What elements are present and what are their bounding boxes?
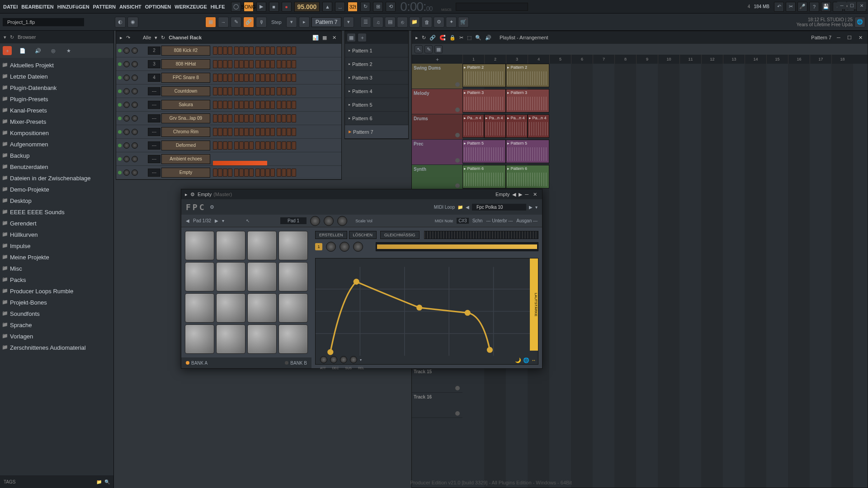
view-piano-icon[interactable]: ♫ xyxy=(373,17,383,28)
step-cell[interactable] xyxy=(234,74,239,82)
undo-icon[interactable]: ↶ xyxy=(774,2,784,12)
menu-pattern[interactable]: PATTERN xyxy=(92,3,117,10)
plugin-icon[interactable]: ⚙ xyxy=(434,17,444,28)
add-track-icon[interactable]: ＋ xyxy=(435,56,440,63)
track-header[interactable]: Melody xyxy=(412,89,462,114)
step-cell[interactable] xyxy=(213,128,217,136)
pl-lock-icon[interactable]: 🔒 xyxy=(449,35,456,41)
step-cell[interactable] xyxy=(292,60,296,68)
browser-item[interactable]: Hüllkurven xyxy=(0,229,113,240)
channel-pan-knob[interactable] xyxy=(123,88,130,94)
step-cell[interactable] xyxy=(239,47,244,55)
project-title[interactable]: Project_1.flp xyxy=(3,18,84,26)
ruler-mark[interactable]: 7 xyxy=(593,55,614,64)
browser-item[interactable]: Sprache xyxy=(0,319,113,331)
velocity-strip[interactable] xyxy=(376,242,538,251)
step-cell[interactable] xyxy=(265,141,270,150)
ruler-mark[interactable]: 18 xyxy=(831,55,853,64)
mic-icon-2[interactable]: 🎙 xyxy=(256,17,267,28)
track-header[interactable]: Prec xyxy=(412,140,462,165)
step-cell[interactable] xyxy=(277,114,281,122)
mic-icon[interactable]: 🎤 xyxy=(797,2,807,12)
step-cell[interactable] xyxy=(260,74,265,82)
step-sequencer-row[interactable] xyxy=(211,74,299,82)
mixer-track-num[interactable]: --- xyxy=(148,114,160,122)
step-cell[interactable] xyxy=(255,114,260,122)
step-cell[interactable] xyxy=(277,141,281,150)
step-cell[interactable] xyxy=(234,114,239,122)
fpc-note-value[interactable]: C#3 xyxy=(457,218,468,224)
fpc-pad[interactable] xyxy=(247,231,277,260)
envelope-editor[interactable]: LAUTSTÄRKE ▾ ATT DEC SUS REL xyxy=(315,258,538,365)
clip[interactable]: ▸ Pattern 6 xyxy=(506,165,549,188)
step-cell[interactable] xyxy=(287,128,291,136)
channel-pan-knob[interactable] xyxy=(123,47,130,54)
step-cell[interactable] xyxy=(249,47,254,55)
mixer-track-num[interactable]: 3 xyxy=(148,60,160,68)
fpc-pad-prev-icon[interactable]: ◀ xyxy=(186,218,189,223)
fpc-pad[interactable] xyxy=(185,262,214,291)
cart-icon[interactable]: 🛒 xyxy=(458,17,469,28)
fpc-close-icon[interactable]: ✕ xyxy=(531,191,538,198)
step-cell[interactable] xyxy=(260,141,265,150)
step-cell[interactable] xyxy=(265,169,270,177)
step-cell[interactable] xyxy=(239,74,244,82)
channel-name-button[interactable]: 808 Kick #2 xyxy=(161,46,210,56)
view-playlist-button[interactable]: ▦ xyxy=(205,17,216,28)
step-cell[interactable] xyxy=(287,114,291,122)
clip[interactable]: ▸ Pattern 3 xyxy=(506,89,549,113)
browser-tab-add[interactable]: ＋ xyxy=(3,46,12,55)
arrow-right-icon[interactable]: → xyxy=(218,17,229,28)
ruler-mark[interactable]: 2 xyxy=(484,55,506,64)
ruler-mark[interactable]: 8 xyxy=(614,55,636,64)
fpc-vol-knob[interactable] xyxy=(310,216,320,226)
fpc-next-icon[interactable]: ▶ xyxy=(519,192,522,197)
browser-item[interactable]: Desktop xyxy=(0,195,113,206)
track-mute-dot[interactable] xyxy=(455,133,460,137)
progress-ring-icon[interactable]: ◯ xyxy=(231,2,241,12)
step-cell[interactable] xyxy=(223,128,227,136)
step-cell[interactable] xyxy=(244,74,249,82)
timeline-ruler[interactable]: 123456789101112131415161718 xyxy=(462,55,868,64)
step-cell[interactable] xyxy=(265,87,270,95)
step-cell[interactable] xyxy=(282,87,286,95)
step-cell[interactable] xyxy=(270,60,275,68)
fpc-pad-name[interactable]: Pad 1 xyxy=(280,217,307,224)
step-sequencer-row[interactable] xyxy=(211,114,299,122)
track-header-plain[interactable]: Track 15 xyxy=(412,367,462,393)
save-icon[interactable]: 💾 xyxy=(821,2,831,12)
view-playlist-icon[interactable]: ☰ xyxy=(360,17,371,28)
track-mute-dot[interactable] xyxy=(455,183,460,188)
cr-arrow-icon[interactable]: ↷ xyxy=(126,35,130,41)
browser-item[interactable]: Vorlagen xyxy=(0,331,113,342)
ruler-mark[interactable]: 6 xyxy=(571,55,593,64)
loop-record-icon[interactable]: ⟲ xyxy=(386,2,396,12)
ruler-mark[interactable]: 15 xyxy=(766,55,788,64)
channel-vol-knob[interactable] xyxy=(132,102,138,108)
clip[interactable]: ▸ Pattern 3 xyxy=(462,89,506,113)
step-cell[interactable] xyxy=(277,169,281,177)
step-cell[interactable] xyxy=(292,114,296,122)
layer-knob-3[interactable] xyxy=(353,242,363,252)
ruler-mark[interactable]: 17 xyxy=(810,55,831,64)
step-cell[interactable] xyxy=(287,169,291,177)
step-cell[interactable] xyxy=(234,141,239,150)
fpc-pad[interactable] xyxy=(278,324,308,354)
stop-button[interactable]: ■ xyxy=(269,2,279,12)
step-cell[interactable] xyxy=(213,60,217,68)
browser-item[interactable]: Packs xyxy=(0,274,113,286)
clip[interactable]: ▸ Pa...n 4 xyxy=(484,114,506,138)
step-cell[interactable] xyxy=(228,87,232,95)
browser-tab-sounds[interactable]: 🔊 xyxy=(33,46,42,55)
snap-value[interactable]: 32t xyxy=(348,2,358,12)
track-mute-dot[interactable] xyxy=(455,411,460,416)
clip[interactable]: ▸ Pattern 6 xyxy=(462,165,506,188)
menu-view[interactable]: ANSICHT xyxy=(118,3,143,10)
pp-add-icon[interactable]: ＋ xyxy=(358,33,367,42)
pp-grid-icon[interactable]: ▦ xyxy=(347,33,356,42)
step-cell[interactable] xyxy=(270,141,275,150)
step-sequencer-row[interactable] xyxy=(211,87,299,95)
env-dec-knob[interactable] xyxy=(330,356,337,363)
channel-led[interactable] xyxy=(118,144,122,147)
step-cell[interactable] xyxy=(244,60,249,68)
